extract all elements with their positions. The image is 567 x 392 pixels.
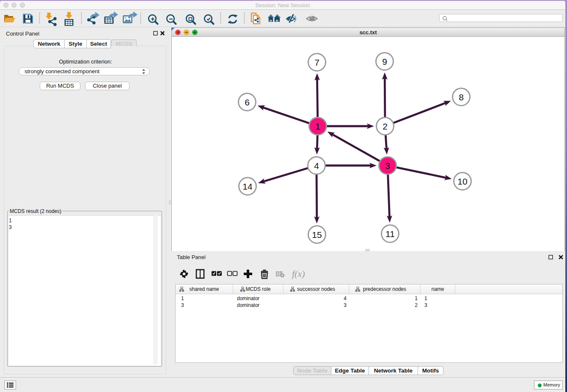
svg-text:3: 3 [385,161,390,171]
svg-text:2: 2 [383,121,388,131]
svg-text:15: 15 [312,230,322,240]
svg-text:6: 6 [245,97,250,107]
svg-text:14: 14 [242,182,253,191]
svg-text:8: 8 [459,92,464,102]
svg-text:11: 11 [385,229,395,239]
svg-text:f(x): f(x) [292,268,305,279]
svg-text:1: 1 [315,121,320,131]
svg-text:4: 4 [314,161,319,171]
svg-text:10: 10 [457,177,467,186]
svg-text:7: 7 [314,58,319,67]
svg-text:9: 9 [382,57,387,66]
